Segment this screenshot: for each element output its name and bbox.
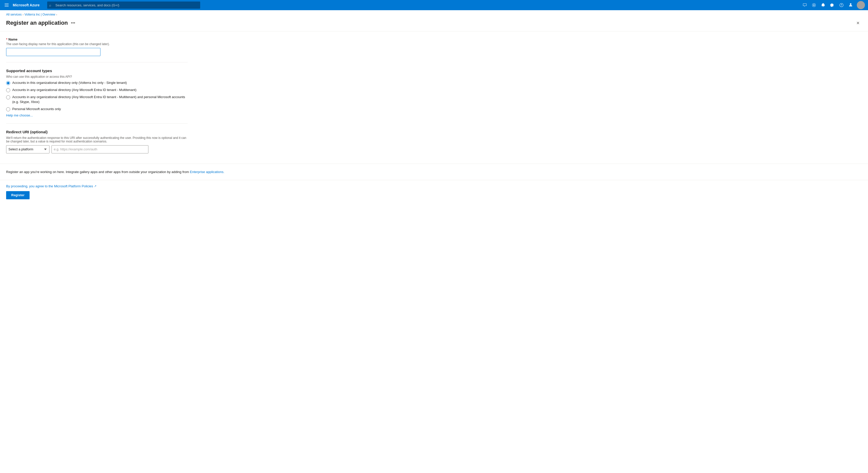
search-bar[interactable]: ⌕ bbox=[47, 2, 200, 9]
directory-icon[interactable] bbox=[810, 1, 818, 9]
policy-text: By proceeding, you agree to the Microsof… bbox=[6, 184, 93, 188]
radio-option-multitenant-personal[interactable]: Accounts in any organizational directory… bbox=[6, 95, 188, 104]
app-name-input[interactable] bbox=[6, 48, 100, 56]
footer: By proceeding, you agree to the Microsof… bbox=[0, 180, 868, 203]
enterprise-apps-link[interactable]: Enterprise applications. bbox=[190, 170, 224, 174]
topbar-icons bbox=[801, 1, 865, 9]
name-section: *Name The user-facing display name for t… bbox=[6, 37, 188, 56]
settings-icon[interactable] bbox=[828, 1, 836, 9]
account-types-question: Who can use this application or access t… bbox=[6, 75, 188, 78]
form-container: *Name The user-facing display name for t… bbox=[0, 31, 194, 154]
radio-option-single-tenant[interactable]: Accounts in this organizational director… bbox=[6, 80, 188, 85]
policy-line: By proceeding, you agree to the Microsof… bbox=[6, 184, 862, 188]
azure-logo: Microsoft Azure bbox=[13, 3, 39, 7]
topbar: Microsoft Azure ⌕ bbox=[0, 0, 868, 10]
external-link-icon: ↗ bbox=[94, 184, 96, 188]
notifications-icon[interactable] bbox=[819, 1, 827, 9]
account-types-heading: Supported account types bbox=[6, 69, 188, 73]
redirect-uri-heading: Redirect URI (optional) bbox=[6, 130, 188, 134]
close-button[interactable]: ✕ bbox=[854, 19, 862, 27]
name-description: The user-facing display name for this ap… bbox=[6, 42, 188, 46]
redirect-uri-description: We'll return the authentication response… bbox=[6, 136, 188, 143]
radio-multitenant-personal[interactable] bbox=[6, 95, 10, 99]
account-icon[interactable] bbox=[846, 1, 855, 9]
bottom-note-text: Register an app you're working on here. … bbox=[6, 170, 190, 174]
breadcrumb: All services › Volterra Inc | Overview › bbox=[0, 10, 868, 18]
radio-personal-only-label: Personal Microsoft accounts only bbox=[12, 107, 61, 111]
radio-option-multitenant[interactable]: Accounts in any organizational directory… bbox=[6, 88, 188, 92]
breadcrumb-sep-2: › bbox=[56, 13, 57, 16]
redirect-uri-row: Select a platform Web Single-page applic… bbox=[6, 145, 188, 154]
hamburger-menu[interactable] bbox=[3, 4, 10, 7]
svg-rect-1 bbox=[5, 5, 9, 5]
user-avatar[interactable] bbox=[857, 1, 865, 9]
breadcrumb-all-services[interactable]: All services bbox=[6, 13, 22, 16]
svg-point-4 bbox=[841, 6, 842, 6]
radio-option-personal-only[interactable]: Personal Microsoft accounts only bbox=[6, 107, 188, 111]
required-indicator: * bbox=[6, 37, 7, 41]
divider-2 bbox=[6, 123, 188, 124]
feedback-icon[interactable] bbox=[801, 1, 809, 9]
help-choose-link[interactable]: Help me choose... bbox=[6, 113, 33, 117]
register-button[interactable]: Register bbox=[6, 191, 30, 199]
breadcrumb-volterra[interactable]: Volterra Inc | Overview bbox=[25, 13, 55, 16]
breadcrumb-sep-1: › bbox=[23, 13, 24, 16]
redirect-uri-input[interactable] bbox=[52, 145, 148, 154]
radio-single-tenant[interactable] bbox=[6, 81, 10, 85]
radio-multitenant-personal-label: Accounts in any organizational directory… bbox=[12, 95, 188, 104]
main-content: All services › Volterra Inc | Overview ›… bbox=[0, 10, 868, 473]
radio-multitenant-label: Accounts in any organizational directory… bbox=[12, 88, 136, 92]
help-icon[interactable] bbox=[837, 1, 845, 9]
radio-multitenant[interactable] bbox=[6, 88, 10, 92]
page-menu-icon[interactable]: ••• bbox=[71, 21, 75, 25]
search-input[interactable] bbox=[47, 2, 200, 9]
platform-select[interactable]: Select a platform Web Single-page applic… bbox=[6, 145, 50, 154]
search-icon: ⌕ bbox=[49, 3, 51, 7]
redirect-uri-section: Redirect URI (optional) We'll return the… bbox=[6, 130, 188, 154]
policy-link[interactable]: By proceeding, you agree to the Microsof… bbox=[6, 184, 862, 188]
name-label: *Name bbox=[6, 37, 188, 41]
svg-rect-0 bbox=[5, 4, 9, 4]
account-types-section: Supported account types Who can use this… bbox=[6, 69, 188, 117]
svg-rect-2 bbox=[5, 6, 9, 7]
radio-single-tenant-label: Accounts in this organizational director… bbox=[12, 80, 127, 85]
account-types-radio-group: Accounts in this organizational director… bbox=[6, 80, 188, 111]
page-header: Register an application ••• ✕ bbox=[0, 18, 868, 31]
radio-personal-only[interactable] bbox=[6, 107, 10, 111]
bottom-note: Register an app you're working on here. … bbox=[0, 164, 868, 180]
page-title: Register an application bbox=[6, 20, 68, 26]
